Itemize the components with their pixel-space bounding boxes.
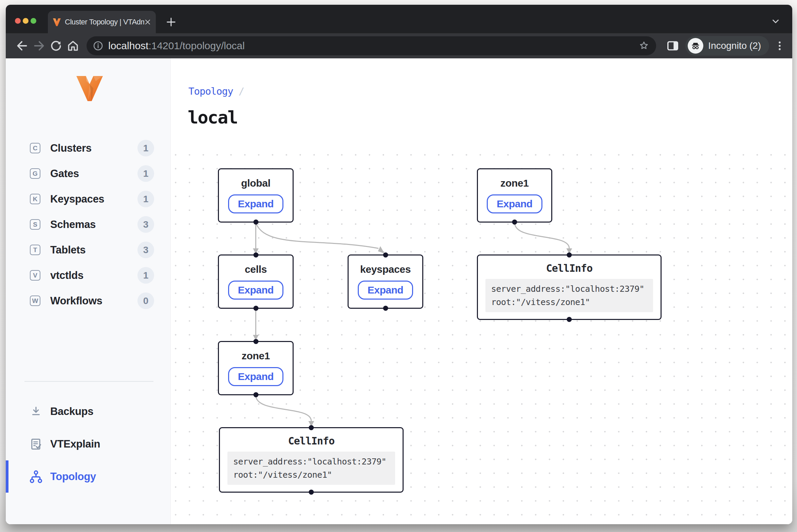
- active-nav-indicator: [6, 460, 8, 493]
- incognito-icon: [688, 38, 703, 54]
- sidebar-tools: Backups VTExplain Topology: [6, 395, 170, 493]
- forward-button[interactable]: [32, 38, 47, 53]
- browser-tab[interactable]: Cluster Topology | VTAdmin: [48, 11, 156, 33]
- connector-dot: [383, 306, 388, 311]
- vitess-logo: [75, 75, 104, 102]
- sidebar-item-tablets[interactable]: T Tablets 3: [6, 237, 170, 263]
- node-cellinfo-right: CellInfo server_address:"localhost:2379"…: [477, 254, 662, 320]
- connector-dot: [567, 252, 572, 258]
- topology-icon: [29, 470, 43, 484]
- expand-cells-button[interactable]: Expand: [228, 281, 283, 300]
- node-cellinfo-left: CellInfo server_address:"localhost:2379"…: [219, 427, 404, 493]
- count-badge: 3: [137, 242, 154, 258]
- browser-toolbar: localhost:14201/topology/local Incognito…: [6, 33, 792, 58]
- count-badge: 1: [137, 140, 154, 156]
- tab-title: Cluster Topology | VTAdmin: [65, 18, 144, 26]
- new-tab-button[interactable]: [161, 11, 182, 33]
- connector-dot: [253, 306, 258, 311]
- zoom-window-button[interactable]: [31, 18, 36, 24]
- connector-dot: [253, 252, 258, 258]
- sidebar: C Clusters 1 G Gates 1 K Keyspaces 1 S S…: [6, 58, 171, 524]
- expand-zone1-button[interactable]: Expand: [487, 194, 542, 213]
- title-bar: Cluster Topology | VTAdmin: [6, 5, 792, 33]
- sidebar-item-schemas[interactable]: S Schemas 3: [6, 212, 170, 237]
- clusters-icon: C: [30, 143, 40, 153]
- expand-keyspaces-button[interactable]: Expand: [358, 281, 413, 300]
- node-keyspaces: keyspaces Expand: [348, 254, 423, 309]
- connector-dot: [253, 220, 258, 225]
- schemas-icon: S: [30, 219, 40, 230]
- address-bar[interactable]: localhost:14201/topology/local: [87, 36, 656, 55]
- side-panel-button[interactable]: [666, 39, 679, 52]
- cellinfo-data: server_address:"localhost:2379" root:"/v…: [485, 279, 653, 312]
- expand-global-button[interactable]: Expand: [228, 194, 283, 213]
- sidebar-item-vtctlds[interactable]: V vtctlds 1: [6, 263, 170, 288]
- sidebar-item-clusters[interactable]: C Clusters 1: [6, 135, 170, 161]
- count-badge: 3: [137, 216, 154, 233]
- back-button[interactable]: [15, 38, 30, 53]
- minimize-window-button[interactable]: [23, 18, 29, 24]
- tab-search-chevron-icon[interactable]: [771, 16, 781, 28]
- keyspaces-icon: K: [30, 194, 40, 204]
- connector-dot: [253, 339, 258, 344]
- vtctlds-icon: V: [30, 270, 40, 281]
- browser-window: Cluster Topology | VTAdmin localhost:142…: [6, 5, 792, 524]
- connector-dot: [383, 252, 388, 258]
- sidebar-item-workflows[interactable]: W Workflows 0: [6, 288, 170, 314]
- sidebar-item-vtexplain[interactable]: VTExplain: [6, 428, 170, 460]
- sidebar-nav: C Clusters 1 G Gates 1 K Keyspaces 1 S S…: [6, 135, 170, 314]
- tablets-icon: T: [30, 245, 40, 255]
- sidebar-item-gates[interactable]: G Gates 1: [6, 161, 170, 186]
- vitess-favicon: [53, 18, 61, 26]
- vtexplain-icon: [29, 437, 43, 451]
- sidebar-divider: [24, 381, 153, 382]
- window-controls[interactable]: [15, 18, 36, 24]
- count-badge: 1: [137, 191, 154, 207]
- incognito-badge[interactable]: Incognito (2): [685, 36, 769, 56]
- workflows-icon: W: [30, 296, 40, 306]
- connector-dot: [253, 392, 258, 397]
- expand-zone1-left-button[interactable]: Expand: [228, 367, 283, 386]
- node-zone1-left: zone1 Expand: [218, 341, 294, 395]
- sidebar-item-backups[interactable]: Backups: [6, 395, 170, 428]
- count-badge: 0: [137, 292, 154, 309]
- connector-dot: [512, 220, 517, 225]
- browser-menu-button[interactable]: [774, 40, 785, 52]
- main-content: Topology/ local global Expand: [171, 58, 792, 524]
- url-text[interactable]: localhost:14201/topology/local: [108, 40, 638, 52]
- incognito-label: Incognito (2): [708, 40, 761, 51]
- count-badge: 1: [137, 165, 154, 182]
- reload-button[interactable]: [49, 38, 63, 53]
- sidebar-item-topology[interactable]: Topology: [6, 460, 170, 493]
- tab-close-icon[interactable]: [144, 19, 151, 25]
- node-global: global Expand: [218, 168, 294, 223]
- node-cells: cells Expand: [218, 254, 294, 309]
- connector-dot: [309, 490, 314, 495]
- bookmark-star-icon[interactable]: [638, 40, 649, 51]
- sidebar-item-keyspaces[interactable]: K Keyspaces 1: [6, 186, 170, 212]
- count-badge: 1: [137, 267, 154, 284]
- site-info-icon[interactable]: [93, 40, 104, 51]
- cellinfo-data: server_address:"localhost:2379" root:"/v…: [227, 452, 395, 485]
- backups-icon: [29, 405, 43, 418]
- node-zone1-right: zone1 Expand: [477, 168, 552, 223]
- home-button[interactable]: [66, 38, 80, 53]
- close-window-button[interactable]: [15, 18, 21, 24]
- gates-icon: G: [30, 168, 40, 179]
- connector-dot: [309, 425, 314, 430]
- connector-dot: [567, 317, 572, 322]
